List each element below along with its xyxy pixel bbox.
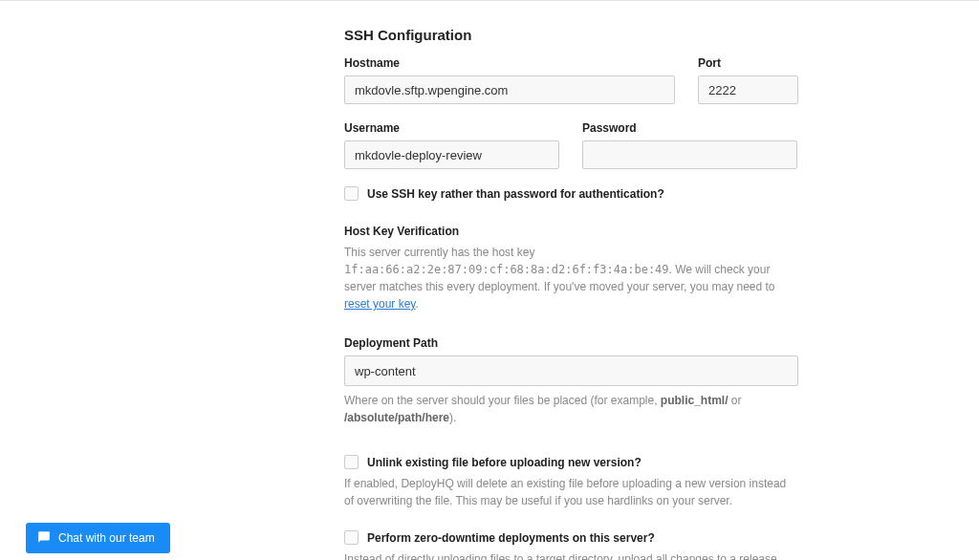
- ssh-key-checkbox-label: Use SSH key rather than password for aut…: [367, 187, 664, 201]
- unlink-checkbox-row: Unlink existing file before uploading ne…: [344, 455, 797, 469]
- unlink-checkbox-label: Unlink existing file before uploading ne…: [367, 456, 642, 469]
- host-key-help: This server currently has the host key 1…: [344, 244, 798, 312]
- password-input[interactable]: [582, 140, 797, 169]
- zero-downtime-checkbox-label: Perform zero-downtime deployments on thi…: [367, 531, 655, 545]
- chat-icon: [37, 530, 51, 547]
- chat-widget[interactable]: Chat with our team: [26, 523, 170, 553]
- password-label: Password: [582, 121, 797, 135]
- username-label: Username: [344, 121, 559, 135]
- ssh-key-checkbox-row: Use SSH key rather than password for aut…: [344, 186, 797, 201]
- host-key-fingerprint: 1f:aa:66:a2:2e:87:09:cf:68:8a:d2:6f:f3:4…: [344, 263, 669, 276]
- chat-label: Chat with our team: [58, 531, 155, 545]
- zero-downtime-help: Instead of directly uploading files to a…: [344, 550, 798, 560]
- host-key-heading: Host Key Verification: [344, 225, 797, 238]
- hostname-label: Hostname: [344, 56, 675, 70]
- username-group: Username: [344, 121, 559, 169]
- reset-key-link[interactable]: reset your key: [344, 297, 415, 311]
- port-group: Port: [698, 56, 798, 104]
- zero-downtime-checkbox[interactable]: [344, 530, 359, 545]
- zero-checkbox-row: Perform zero-downtime deployments on thi…: [344, 530, 797, 545]
- unlink-checkbox[interactable]: [344, 455, 359, 469]
- ssh-key-checkbox[interactable]: [344, 186, 359, 201]
- hostname-input[interactable]: [344, 75, 675, 104]
- deployment-path-label: Deployment Path: [344, 336, 797, 350]
- hostname-group: Hostname: [344, 56, 675, 104]
- port-input[interactable]: [698, 75, 798, 104]
- username-input[interactable]: [344, 140, 559, 169]
- deployment-path-input[interactable]: [344, 355, 798, 386]
- deployment-path-help: Where on the server should your files be…: [344, 392, 798, 426]
- port-label: Port: [698, 56, 798, 70]
- password-group: Password: [582, 121, 797, 169]
- ssh-config-heading: SSH Configuration: [344, 27, 797, 43]
- unlink-help: If enabled, DeployHQ will delete an exis…: [344, 475, 798, 509]
